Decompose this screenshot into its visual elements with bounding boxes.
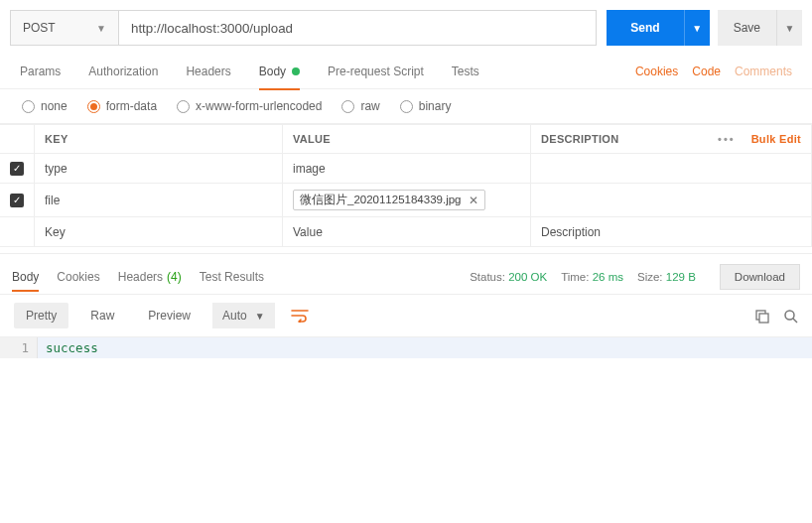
link-cookies[interactable]: Cookies xyxy=(635,65,678,78)
svg-line-3 xyxy=(793,319,797,323)
col-check xyxy=(0,125,35,154)
send-dropdown[interactable]: ▼ xyxy=(684,10,710,46)
radio-icon xyxy=(177,100,190,113)
radio-icon xyxy=(22,100,35,113)
code-line: 1 success xyxy=(0,337,812,358)
resp-tab-test-results[interactable]: Test Results xyxy=(200,262,264,292)
cell-value[interactable]: 微信图片_20201125184339.jpg ✕ xyxy=(283,184,531,217)
link-code[interactable]: Code xyxy=(692,65,721,78)
request-right-links: Cookies Code Comments xyxy=(635,65,792,78)
caret-down-icon: ▼ xyxy=(255,311,265,322)
response-body-area: 1 success xyxy=(0,336,812,517)
resp-tab-body[interactable]: Body xyxy=(12,262,39,292)
download-button[interactable]: Download xyxy=(720,264,800,290)
table-row: ✓ type image xyxy=(0,154,812,184)
tab-authorization[interactable]: Authorization xyxy=(88,54,158,89)
line-number: 1 xyxy=(0,337,38,358)
cell-value[interactable]: image xyxy=(283,154,531,184)
radio-icon xyxy=(87,100,100,113)
radio-form-data[interactable]: form-data xyxy=(87,99,157,113)
status-value: 200 OK xyxy=(508,271,547,283)
checkbox-icon[interactable]: ✓ xyxy=(10,194,24,207)
response-tabs: Body Cookies Headers(4) Test Results Sta… xyxy=(0,253,812,292)
http-method-select[interactable]: POST ▼ xyxy=(10,10,119,46)
tab-tests[interactable]: Tests xyxy=(452,54,479,89)
radio-binary[interactable]: binary xyxy=(400,99,452,113)
radio-none[interactable]: none xyxy=(22,99,68,113)
checkbox-icon[interactable]: ✓ xyxy=(10,162,24,176)
view-pretty[interactable]: Pretty xyxy=(14,303,68,328)
cell-value-placeholder[interactable]: Value xyxy=(283,217,531,247)
tab-body[interactable]: Body xyxy=(259,54,300,89)
col-key: KEY xyxy=(35,125,283,154)
svg-point-2 xyxy=(785,311,794,320)
save-dropdown[interactable]: ▼ xyxy=(776,10,802,46)
cell-desc[interactable] xyxy=(531,184,812,217)
tab-params[interactable]: Params xyxy=(20,54,61,89)
remove-file-icon[interactable]: ✕ xyxy=(469,194,478,207)
cell-key[interactable]: file xyxy=(35,184,283,217)
col-value: VALUE xyxy=(283,125,531,154)
url-input[interactable] xyxy=(119,10,597,46)
radio-icon xyxy=(400,100,413,113)
more-icon[interactable]: ••• xyxy=(718,133,736,145)
request-bar: POST ▼ Send ▼ Save ▼ xyxy=(0,0,812,54)
viewer-right-icons xyxy=(754,309,798,324)
time-value: 26 ms xyxy=(593,271,623,283)
request-tabs: Params Authorization Headers Body Pre-re… xyxy=(0,54,812,89)
response-stats: Status: 200 OK Time: 26 ms Size: 129 B D… xyxy=(470,264,800,290)
file-chip: 微信图片_20201125184339.jpg ✕ xyxy=(293,190,485,210)
form-data-table: KEY VALUE DESCRIPTION ••• Bulk Edit ✓ ty… xyxy=(0,124,812,247)
radio-icon xyxy=(341,100,354,113)
cell-key[interactable]: type xyxy=(35,154,283,184)
http-method-value: POST xyxy=(23,21,56,35)
link-comments[interactable]: Comments xyxy=(735,65,792,78)
radio-urlencoded[interactable]: x-www-form-urlencoded xyxy=(177,99,322,113)
file-name: 微信图片_20201125184339.jpg xyxy=(300,193,461,207)
cell-key-placeholder[interactable]: Key xyxy=(35,217,283,247)
cell-desc[interactable] xyxy=(531,154,812,184)
view-preview[interactable]: Preview xyxy=(136,303,203,328)
tab-prerequest[interactable]: Pre-request Script xyxy=(328,54,424,89)
col-desc: DESCRIPTION ••• Bulk Edit xyxy=(531,125,812,154)
resp-tab-cookies[interactable]: Cookies xyxy=(57,262,99,292)
cell-desc-placeholder[interactable]: Description xyxy=(531,217,812,247)
send-button[interactable]: Send xyxy=(607,10,683,46)
wrap-lines-icon[interactable] xyxy=(285,305,315,327)
body-type-selector: none form-data x-www-form-urlencoded raw… xyxy=(0,89,812,124)
view-raw[interactable]: Raw xyxy=(78,303,126,328)
code-empty-space[interactable] xyxy=(0,358,812,517)
send-button-group: Send ▼ xyxy=(607,10,709,46)
table-row-new: Key Value Description xyxy=(0,217,812,247)
tab-headers[interactable]: Headers xyxy=(186,54,230,89)
save-button[interactable]: Save xyxy=(718,10,776,46)
save-button-group: Save ▼ xyxy=(718,10,802,46)
bulk-edit-link[interactable]: Bulk Edit xyxy=(751,133,801,145)
search-icon[interactable] xyxy=(783,309,798,324)
dot-indicator-icon xyxy=(292,67,300,75)
response-viewer-controls: Pretty Raw Preview Auto ▼ xyxy=(0,294,812,336)
format-select[interactable]: Auto ▼ xyxy=(212,303,275,328)
table-row: ✓ file 微信图片_20201125184339.jpg ✕ xyxy=(0,184,812,217)
radio-raw[interactable]: raw xyxy=(341,99,379,113)
caret-down-icon: ▼ xyxy=(96,23,106,34)
resp-tab-headers[interactable]: Headers(4) xyxy=(118,262,182,292)
line-text[interactable]: success xyxy=(38,337,106,358)
svg-rect-1 xyxy=(759,314,768,323)
size-value: 129 B xyxy=(666,271,696,283)
copy-icon[interactable] xyxy=(754,309,769,324)
